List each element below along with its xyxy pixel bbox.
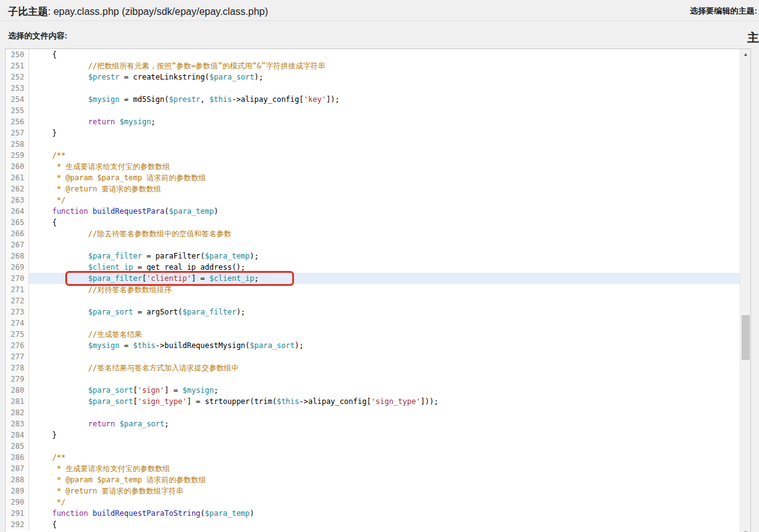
line-number: 286 — [6, 452, 29, 463]
code-text: $para_sort['sign_type'] = strtoupper(tri… — [29, 396, 740, 407]
line-number: 261 — [6, 172, 29, 183]
code-line-262: 262 * @return 要请求的参数数组 — [6, 183, 740, 195]
code-line-254: 254 $mysign = md5Sign($prestr, $this->al… — [6, 94, 740, 105]
line-number: 279 — [6, 374, 29, 385]
code-line-263: 263 */ — [6, 195, 740, 206]
code-line-260: 260 * 生成要请求给支付宝的参数数组 — [6, 161, 740, 172]
scroll-up-icon[interactable]: ▲ — [740, 49, 751, 60]
code-line-259: 259 /** — [6, 150, 740, 161]
code-line-289: 289 * @return 要请求的参数数组字符串 — [6, 485, 740, 497]
code-line-273: 273 $para_sort = argSort($para_filter); — [6, 306, 740, 318]
code-text: $prestr = createLinkstring($para_sort); — [29, 71, 740, 83]
code-text: //签名结果与签名方式加入请求提交参数组中 — [29, 362, 740, 374]
code-line-267: 267 — [6, 239, 740, 250]
line-number: 257 — [6, 127, 29, 139]
code-line-257: 257 } — [6, 127, 740, 139]
theme-files-heading: 主 — [747, 30, 759, 46]
code-text — [29, 295, 740, 306]
line-number: 292 — [6, 519, 29, 530]
code-line-290: 290 */ — [6, 497, 740, 508]
code-line-251: 251 //把数组所有元素，按照“参数=参数值”的模式用“&”字符拼接成字符串 — [6, 60, 740, 71]
line-number: 272 — [6, 295, 29, 306]
line-number: 276 — [6, 340, 29, 351]
code-text — [29, 105, 740, 116]
code-line-284: 284 } — [6, 429, 740, 441]
code-text: function buildRequestPara($para_temp) — [29, 206, 740, 217]
line-number: 263 — [6, 195, 29, 206]
line-number: 289 — [6, 485, 29, 497]
code-editor[interactable]: 250 {251 //把数组所有元素，按照“参数=参数值”的模式用“&”字符拼接… — [5, 48, 751, 532]
code-line-283: 283 return $para_sort; — [6, 418, 740, 429]
code-text: * 生成要请求给支付宝的参数数组 — [29, 463, 740, 474]
line-number: 258 — [6, 139, 29, 150]
code-text — [29, 374, 740, 385]
code-text — [29, 441, 740, 452]
line-number: 291 — [6, 508, 29, 519]
code-text: } — [29, 429, 740, 441]
code-line-256: 256 return $mysign; — [6, 116, 740, 127]
code-text: } — [29, 127, 740, 139]
line-number: 290 — [6, 497, 29, 508]
code-line-280: 280 $para_sort['sign'] = $mysign; — [6, 385, 740, 396]
code-lines[interactable]: 250 {251 //把数组所有元素，按照“参数=参数值”的模式用“&”字符拼接… — [6, 49, 740, 532]
code-text: //对待签名参数数组排序 — [29, 284, 740, 295]
code-text: $para_sort = argSort($para_filter); — [29, 306, 740, 318]
code-line-250: 250 { — [6, 49, 740, 60]
code-text: */ — [29, 497, 740, 508]
code-line-291: 291 function buildRequestParaToString($p… — [6, 508, 740, 519]
code-line-275: 275 //生成签名结果 — [6, 329, 740, 340]
line-number: 260 — [6, 161, 29, 172]
line-number: 269 — [6, 262, 29, 273]
code-line-278: 278 //签名结果与签名方式加入请求提交参数组中 — [6, 362, 740, 374]
code-line-255: 255 — [6, 105, 740, 116]
line-number: 273 — [6, 306, 29, 318]
page-title: 子比主题: epay.class.php (zibpay/sdk/epay/ep… — [8, 6, 268, 19]
line-number: 277 — [6, 351, 29, 362]
line-number: 288 — [6, 474, 29, 485]
code-text — [29, 239, 740, 250]
code-text: $client_ip = get_real_ip_address(); — [29, 262, 740, 273]
editor-scrollbar[interactable]: ▲ ▼ — [740, 49, 750, 532]
code-text: return $para_sort; — [29, 418, 740, 429]
code-line-285: 285 — [6, 441, 740, 452]
code-line-286: 286 /** — [6, 452, 740, 463]
scroll-down-icon[interactable]: ▼ — [740, 528, 751, 532]
code-text — [29, 407, 740, 418]
code-line-266: 266 //除去待签名参数数组中的空值和签名参数 — [6, 228, 740, 239]
code-line-272: 272 — [6, 295, 740, 306]
line-number: 251 — [6, 60, 29, 71]
code-text: * @return 要请求的参数数组字符串 — [29, 485, 740, 497]
line-number: 284 — [6, 429, 29, 441]
scrollbar-thumb[interactable] — [742, 315, 750, 360]
code-text — [29, 139, 740, 150]
line-number: 285 — [6, 441, 29, 452]
code-text — [29, 351, 740, 362]
code-line-279: 279 — [6, 374, 740, 385]
code-text — [29, 318, 740, 329]
code-text: * @return 要请求的参数数组 — [29, 183, 740, 195]
code-text: $mysign = md5Sign($prestr, $this->alipay… — [29, 94, 740, 105]
code-line-252: 252 $prestr = createLinkstring($para_sor… — [6, 71, 740, 83]
line-number: 287 — [6, 463, 29, 474]
code-text: * 生成要请求给支付宝的参数数组 — [29, 161, 740, 172]
code-line-287: 287 * 生成要请求给支付宝的参数数组 — [6, 463, 740, 474]
line-number: 283 — [6, 418, 29, 429]
line-number: 253 — [6, 83, 29, 94]
code-text: $para_filter['clientip'] = $client_ip; — [29, 273, 740, 284]
line-number: 265 — [6, 217, 29, 228]
code-text: */ — [29, 195, 740, 206]
line-number: 278 — [6, 362, 29, 374]
code-text: * @param $para_temp 请求前的参数数组 — [29, 474, 740, 485]
code-line-288: 288 * @param $para_temp 请求前的参数数组 — [6, 474, 740, 485]
code-text: $para_sort['sign'] = $mysign; — [29, 385, 740, 396]
code-text: function buildRequestParaToString($para_… — [29, 508, 740, 519]
code-line-271: 271 //对待签名参数数组排序 — [6, 284, 740, 295]
line-number: 280 — [6, 385, 29, 396]
file-content-label: 选择的文件内容: — [8, 30, 67, 42]
code-line-270: 270 $para_filter['clientip'] = $client_i… — [6, 273, 740, 284]
code-text: * @param $para_temp 请求前的参数数组 — [29, 172, 740, 183]
line-number: 256 — [6, 116, 29, 127]
code-line-253: 253 — [6, 83, 740, 94]
line-number: 274 — [6, 318, 29, 329]
line-number: 266 — [6, 228, 29, 239]
